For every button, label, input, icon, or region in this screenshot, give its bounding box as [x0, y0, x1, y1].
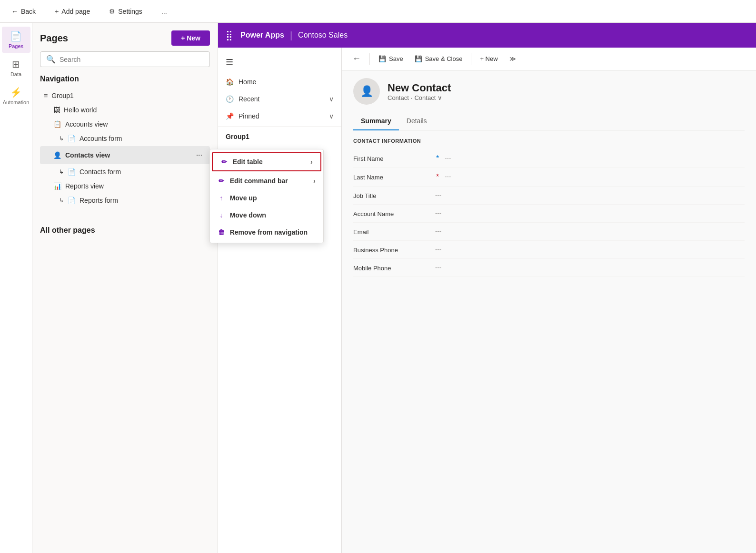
- reports-view-label: Reports view: [65, 182, 104, 190]
- nav-item-accounts-view[interactable]: 📋 Accounts view: [40, 118, 210, 131]
- edit-command-bar-label: Edit command bar: [230, 177, 288, 185]
- app-subtitle: Contoso Sales: [298, 31, 348, 40]
- three-dots-container: ··· ✏ Edit table › ✏ Edit command bar ›: [192, 149, 206, 161]
- reports-form-label: Reports form: [80, 197, 118, 204]
- mobile-phone-value[interactable]: ---: [435, 264, 745, 271]
- contact-avatar: 👤: [353, 78, 380, 105]
- context-menu-move-up[interactable]: ↑ Move up: [210, 189, 323, 207]
- canvas-area: ⣿ Power Apps | Contoso Sales ☰ 🏠 Home 🕐 …: [218, 23, 756, 553]
- pages-icon: 📄: [10, 30, 22, 42]
- app-nav: ☰ 🏠 Home 🕐 Recent ∨ 📌 Pinned ∨ Group1: [218, 48, 342, 553]
- business-phone-value[interactable]: ---: [435, 246, 745, 253]
- contacts-view-label: Contacts view: [65, 151, 110, 159]
- contacts-form-page-icon: 📄: [68, 168, 76, 176]
- contacts-view-icon: 👤: [53, 151, 61, 159]
- sidebar-item-pages[interactable]: 📄 Pages: [2, 27, 30, 53]
- automation-label: Automation: [3, 99, 30, 105]
- contact-subtitle: Contact · Contact ∨: [388, 94, 451, 101]
- nav-item-reports-view[interactable]: 📊 Reports view: [40, 179, 210, 193]
- grid-icon: ⣿: [226, 30, 233, 41]
- sidebar-item-automation[interactable]: ⚡ Automation: [2, 83, 30, 109]
- reports-form-page-icon: 📄: [68, 197, 76, 204]
- all-other-pages-title: All other pages: [40, 226, 210, 235]
- home-label: Home: [239, 78, 256, 86]
- new-record-label: + New: [480, 55, 497, 62]
- settings-button[interactable]: ⚙ Settings: [105, 6, 146, 17]
- nav-item-group1[interactable]: ≡ Group1: [40, 89, 210, 102]
- recent-label: Recent: [239, 95, 259, 103]
- hello-world-label: Hello world: [64, 106, 97, 114]
- add-page-label: Add page: [61, 8, 90, 15]
- context-menu-edit-command-bar[interactable]: ✏ Edit command bar ›: [210, 172, 323, 189]
- gear-icon: ⚙: [109, 8, 115, 15]
- save-close-button[interactable]: 💾 Save & Close: [410, 52, 468, 65]
- first-name-label: First Name: [353, 154, 429, 162]
- edit-command-bar-icon: ✏: [218, 177, 225, 185]
- all-other-pages-section: All other pages: [40, 224, 210, 235]
- contacts-form-label: Contacts form: [80, 168, 121, 176]
- tab-summary-label: Summary: [361, 117, 391, 125]
- account-name-value[interactable]: ---: [435, 209, 745, 217]
- more-toolbar-icon: ≫: [509, 55, 516, 62]
- more-toolbar-button[interactable]: ≫: [505, 52, 521, 65]
- more-label: ...: [161, 8, 167, 15]
- new-page-button[interactable]: + New: [171, 30, 210, 46]
- more-button[interactable]: ...: [158, 6, 171, 17]
- app-nav-recent[interactable]: 🕐 Recent ∨: [218, 90, 341, 108]
- contact-dropdown-icon[interactable]: ∨: [438, 94, 442, 101]
- app-nav-home[interactable]: 🏠 Home: [218, 73, 341, 90]
- back-button[interactable]: ← Back: [8, 6, 40, 17]
- business-phone-label: Business Phone: [353, 246, 429, 254]
- sidebar-item-data[interactable]: ⊞ Data: [2, 55, 30, 81]
- contact-subtitle-1: Contact: [388, 94, 409, 101]
- search-input[interactable]: [60, 56, 204, 63]
- email-value[interactable]: ---: [435, 227, 745, 235]
- save-button[interactable]: 💾 Save: [374, 52, 408, 65]
- accounts-form-icon: ↳: [59, 135, 64, 142]
- hamburger-button[interactable]: ☰: [218, 51, 341, 73]
- nav-item-hello-world[interactable]: 🖼 Hello world: [40, 103, 210, 117]
- add-icon: +: [55, 8, 59, 15]
- new-record-button[interactable]: + New: [475, 52, 502, 65]
- nav-item-contacts-form[interactable]: ↳ 📄 Contacts form: [40, 165, 210, 178]
- accounts-view-icon: 📋: [53, 120, 61, 128]
- edit-table-label: Edit table: [233, 158, 263, 166]
- three-dots-button[interactable]: ···: [192, 149, 206, 161]
- data-icon: ⊞: [12, 59, 20, 70]
- main-layout: 📄 Pages ⊞ Data ⚡ Automation Pages + New …: [0, 23, 756, 553]
- add-page-button[interactable]: + Add page: [51, 6, 94, 17]
- edit-command-bar-submenu-icon: ›: [313, 177, 316, 185]
- pages-panel: Pages + New 🔍 Navigation ≡ Group1 🖼 Hell…: [32, 23, 218, 553]
- save-label: Save: [389, 55, 403, 62]
- account-name-label: Account Name: [353, 209, 429, 217]
- form-back-button[interactable]: ←: [348, 51, 366, 67]
- app-nav-pinned[interactable]: 📌 Pinned ∨: [218, 108, 341, 125]
- toolbar-sep-1: [369, 53, 370, 65]
- form-panel: ← 💾 Save 💾 Save & Close + New: [342, 48, 756, 553]
- form-toolbar: ← 💾 Save 💾 Save & Close + New: [342, 48, 756, 70]
- avatar-icon: 👤: [360, 85, 373, 98]
- contact-title: New Contact: [388, 82, 451, 94]
- contact-info: New Contact Contact · Contact ∨: [388, 82, 451, 101]
- search-box[interactable]: 🔍: [40, 51, 210, 67]
- context-menu-move-down[interactable]: ↓ Move down: [210, 207, 323, 224]
- nav-item-reports-form[interactable]: ↳ 📄 Reports form: [40, 194, 210, 207]
- last-name-value[interactable]: ---: [445, 173, 745, 180]
- first-name-value[interactable]: ---: [445, 154, 745, 161]
- pages-header: Pages + New: [40, 30, 210, 46]
- save-close-icon: 💾: [415, 55, 422, 62]
- data-label: Data: [10, 71, 21, 77]
- search-icon: 🔍: [46, 55, 56, 64]
- tab-details[interactable]: Details: [399, 112, 435, 130]
- edit-table-submenu-icon: ›: [310, 158, 313, 166]
- edit-table-icon: ✏: [220, 158, 228, 166]
- job-title-value[interactable]: ---: [435, 191, 745, 198]
- nav-item-contacts-view[interactable]: 👤 Contacts view ··· ✏ Edit table ›: [40, 146, 210, 164]
- first-name-required: *: [436, 154, 439, 163]
- hello-world-icon: 🖼: [53, 106, 60, 114]
- automation-icon: ⚡: [10, 87, 22, 98]
- tab-summary[interactable]: Summary: [353, 112, 399, 130]
- nav-item-accounts-form[interactable]: ↳ 📄 Accounts form: [40, 132, 210, 145]
- context-menu-edit-table[interactable]: ✏ Edit table ›: [212, 152, 321, 171]
- context-menu-remove-nav[interactable]: 🗑 Remove from navigation: [210, 224, 323, 241]
